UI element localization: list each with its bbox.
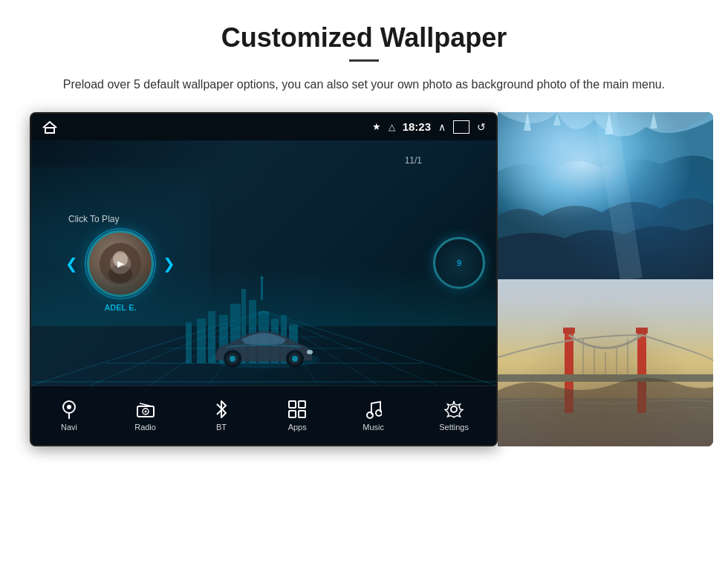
svg-point-50 [376, 410, 382, 416]
thumbnail-bridge[interactable] [498, 279, 713, 446]
svg-rect-46 [299, 401, 305, 408]
album-art: ▶ [87, 230, 154, 297]
status-left [42, 120, 58, 134]
nav-label-navi: Navi [61, 423, 77, 432]
gear-svg-icon [444, 400, 464, 419]
settings-icon [443, 399, 464, 420]
navi-icon [59, 399, 79, 420]
music-player: Click To Play ❮ ▶ ❯ [46, 155, 195, 371]
svg-rect-57 [498, 279, 713, 446]
svg-marker-54 [553, 112, 561, 126]
date-display: 11/1 [405, 155, 422, 166]
nav-item-bt[interactable]: BT [211, 399, 232, 432]
svg-marker-53 [524, 112, 531, 131]
up-chevron-icon: ∧ [438, 121, 446, 133]
nav-item-settings[interactable]: Settings [439, 399, 469, 432]
svg-rect-47 [289, 411, 296, 417]
location-pin-icon [60, 400, 78, 419]
back-icon: ↺ [477, 121, 486, 133]
radio-icon [135, 399, 156, 420]
nav-label-radio: Radio [134, 423, 156, 432]
svg-point-51 [451, 406, 457, 412]
home-icon [42, 120, 58, 134]
dial-circle[interactable]: 9 [433, 237, 485, 289]
time-display: 18:23 [403, 120, 431, 133]
nav-label-music: Music [363, 423, 384, 432]
svg-rect-69 [498, 374, 713, 382]
page-description: Preload over 5 default wallpaper options… [63, 75, 665, 94]
nav-item-apps[interactable]: Apps [287, 399, 308, 432]
svg-rect-61 [637, 331, 646, 413]
rect-icon [453, 120, 469, 134]
svg-rect-0 [45, 128, 54, 133]
ice-texture-svg [498, 112, 713, 279]
nav-item-music[interactable]: Music [363, 399, 384, 432]
bt-icon [211, 399, 232, 420]
svg-rect-63 [636, 328, 648, 333]
thumbnails-column [498, 112, 713, 446]
album-art-wrapper: ❮ ▶ ❯ [65, 230, 175, 297]
nav-label-apps: Apps [288, 423, 307, 432]
next-track-arrow[interactable]: ❯ [163, 255, 175, 273]
click-to-play-label: Click To Play [68, 214, 119, 224]
screen-main: Click To Play ❮ ▶ ❯ [31, 140, 496, 385]
play-button[interactable]: ▶ [110, 253, 131, 274]
status-bar: ★ △ 18:23 ∧ ↺ [31, 114, 496, 140]
svg-rect-45 [289, 401, 296, 408]
bluetooth-svg-icon [215, 400, 228, 419]
bridge-texture-svg [498, 279, 713, 446]
nav-label-settings: Settings [439, 423, 469, 432]
nav-label-bt: BT [216, 423, 227, 432]
prev-track-arrow[interactable]: ❮ [65, 255, 78, 273]
thumbnail-ice[interactable] [498, 112, 713, 279]
svg-point-31 [230, 356, 235, 362]
svg-rect-58 [498, 279, 713, 354]
grid-svg-icon [287, 400, 307, 419]
svg-marker-55 [605, 112, 614, 134]
wifi-icon: △ [389, 122, 395, 132]
music-icon [363, 399, 384, 420]
svg-rect-52 [498, 112, 713, 279]
svg-rect-59 [498, 398, 713, 446]
nav-item-navi[interactable]: Navi [59, 399, 79, 432]
page-title: Customized Wallpaper [221, 22, 507, 53]
nav-item-radio[interactable]: Radio [134, 399, 156, 432]
dial-control: 9 [429, 211, 489, 315]
svg-point-49 [367, 412, 373, 418]
artist-name: ADEL E. [104, 303, 136, 312]
page-container: Customized Wallpaper Preload over 5 defa… [0, 0, 728, 563]
status-right: ★ △ 18:23 ∧ ↺ [372, 120, 486, 134]
car-image [204, 319, 323, 374]
music-note-svg-icon [365, 400, 382, 419]
content-area: ★ △ 18:23 ∧ ↺ [30, 112, 698, 446]
svg-point-34 [292, 356, 298, 362]
bluetooth-icon: ★ [372, 121, 381, 132]
svg-marker-56 [650, 112, 657, 128]
screen-mockup: ★ △ 18:23 ∧ ↺ [30, 112, 498, 446]
svg-rect-60 [565, 331, 573, 413]
svg-rect-48 [299, 411, 305, 417]
svg-point-43 [144, 411, 146, 413]
dial-number: 9 [457, 258, 461, 267]
svg-point-35 [307, 350, 313, 354]
apps-icon [287, 399, 308, 420]
svg-rect-62 [563, 328, 575, 333]
svg-point-40 [67, 405, 71, 409]
screen-nav: Navi Radio [31, 385, 496, 445]
radio-svg-icon [136, 401, 155, 417]
title-divider [349, 59, 379, 62]
